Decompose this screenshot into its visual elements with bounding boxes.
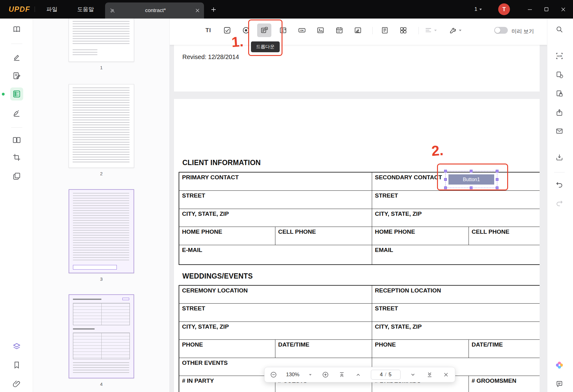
field-list-icon[interactable] <box>378 23 392 37</box>
undo-icon[interactable] <box>553 178 566 191</box>
page-total: 5 <box>388 372 391 378</box>
image-field-icon[interactable] <box>313 23 328 37</box>
tab-close-icon[interactable] <box>195 8 200 13</box>
zoom-dropdown-icon[interactable] <box>308 371 313 379</box>
sign-icon[interactable] <box>10 107 23 120</box>
divider <box>11 44 22 44</box>
thumbnail-page-2[interactable] <box>69 84 134 168</box>
button-field-icon[interactable]: OK <box>295 23 309 37</box>
form-table-row: CITY, STATE, ZIPCITY, STATE, ZIP <box>179 322 540 340</box>
page-number-input[interactable]: 4 / 5 <box>371 370 401 380</box>
thumbnail-page-1[interactable] <box>69 19 134 62</box>
annotate-icon[interactable] <box>10 51 23 64</box>
secure-doc-icon[interactable] <box>553 87 566 100</box>
window-count-dropdown[interactable]: 1 <box>474 0 482 19</box>
resize-handle[interactable] <box>444 186 447 189</box>
maximize-button[interactable] <box>540 4 553 14</box>
thumbnail-page-3[interactable] <box>69 189 134 273</box>
svg-text:OCR: OCR <box>557 55 562 58</box>
listbox-field-icon[interactable] <box>276 23 290 37</box>
layers-icon[interactable] <box>10 340 23 353</box>
form-table-row: CITY, STATE, ZIPCITY, STATE, ZIP <box>179 209 540 227</box>
form-table-cell: PHONE <box>179 340 275 358</box>
align-tool[interactable] <box>424 23 437 37</box>
document-tab[interactable]: contract* <box>105 2 204 19</box>
feedback-icon[interactable] <box>553 378 566 390</box>
redo-icon[interactable] <box>553 197 566 209</box>
zoom-in-icon[interactable] <box>321 371 329 379</box>
form-icon[interactable] <box>10 87 23 100</box>
preview-toggle[interactable] <box>494 27 508 34</box>
resize-handle[interactable] <box>444 170 447 173</box>
page-4: CLIENT INFORMATION PRIMARY CONTACTSECOND… <box>174 99 540 392</box>
signature-field-icon[interactable] <box>351 23 365 37</box>
resize-handle[interactable] <box>470 186 473 189</box>
form-table-cell: PRIMARY CONTACT <box>179 173 372 191</box>
reader-view-icon[interactable] <box>10 23 23 36</box>
menu-help[interactable]: 도움말 <box>71 0 100 19</box>
field-grid-icon[interactable] <box>396 23 410 37</box>
date-field-icon[interactable] <box>332 23 346 37</box>
minimize-button[interactable] <box>524 4 536 14</box>
divider <box>11 127 22 128</box>
crop-icon[interactable] <box>10 151 23 164</box>
save-box-icon[interactable] <box>553 151 566 164</box>
organize-pages-icon[interactable] <box>10 170 23 183</box>
thumbnail-content <box>73 21 129 46</box>
form-table-cell: CITY, STATE, ZIP <box>372 209 540 227</box>
resize-handle[interactable] <box>470 170 473 173</box>
menu-file[interactable]: 파일 <box>40 0 64 19</box>
preview-label: 미리 보기 <box>511 28 534 35</box>
share-icon[interactable] <box>553 106 566 119</box>
resize-handle[interactable] <box>496 178 499 181</box>
align-icon <box>424 26 432 34</box>
form-table-cell: STREET <box>179 304 372 322</box>
last-page-icon[interactable] <box>426 371 434 379</box>
first-page-icon[interactable] <box>338 371 346 379</box>
thumbnail-content <box>73 49 97 57</box>
previous-page-icon[interactable] <box>354 371 362 379</box>
edit-icon[interactable] <box>10 69 23 82</box>
thumbnail-label-2: 2 <box>69 171 134 176</box>
zoom-out-icon[interactable] <box>270 371 278 379</box>
convert-icon[interactable] <box>553 69 566 81</box>
properties-tool[interactable] <box>449 23 461 37</box>
wrench-icon <box>449 26 457 34</box>
button1-field[interactable]: Button1 <box>448 174 494 185</box>
two-page-view-icon[interactable] <box>10 134 23 147</box>
form-table-cell: HOME PHONE <box>179 227 275 245</box>
close-nav-icon[interactable] <box>442 371 450 379</box>
thumbnail-content <box>73 328 95 330</box>
form-table-cell: CEREMONY LOCATION <box>179 286 372 304</box>
ai-assistant-icon[interactable] <box>553 359 566 371</box>
form-table-row: STREETSTREET <box>179 304 540 322</box>
toolbar-divider <box>372 27 373 34</box>
thumbnail-content <box>73 87 129 163</box>
bookmark-icon[interactable] <box>10 359 23 372</box>
avatar[interactable]: T <box>498 3 510 15</box>
close-button[interactable] <box>557 4 569 14</box>
checkbox-field-icon[interactable] <box>220 23 234 37</box>
form-table-cell: # GROOMSMEN <box>469 376 540 392</box>
resize-handle[interactable] <box>496 170 499 173</box>
text-field-icon[interactable]: TI <box>201 23 215 37</box>
resize-handle[interactable] <box>496 186 499 189</box>
thumbnail-table <box>73 333 130 359</box>
attachment-icon[interactable] <box>10 378 23 391</box>
svg-text:OK: OK <box>300 29 304 32</box>
thumbnail-label-3: 3 <box>69 276 134 282</box>
resize-handle[interactable] <box>444 178 447 181</box>
thumbnail-content <box>73 362 129 375</box>
thumbnail-page-4[interactable] <box>69 294 134 378</box>
dropdown-field-icon[interactable] <box>257 23 271 37</box>
next-page-icon[interactable] <box>409 371 417 379</box>
active-tool-indicator <box>2 93 5 96</box>
search-icon[interactable] <box>553 23 566 36</box>
ocr-icon[interactable]: OCR <box>553 50 566 62</box>
form-table-cell: STREET <box>372 304 540 322</box>
radio-field-icon[interactable] <box>239 23 253 37</box>
mail-icon[interactable] <box>553 125 566 137</box>
weddings-title: WEDDINGS/EVENTS <box>182 272 253 280</box>
new-tab-icon[interactable] <box>210 6 218 14</box>
form-table-row: HOME PHONECELL PHONEHOME PHONECELL PHONE <box>179 227 540 245</box>
